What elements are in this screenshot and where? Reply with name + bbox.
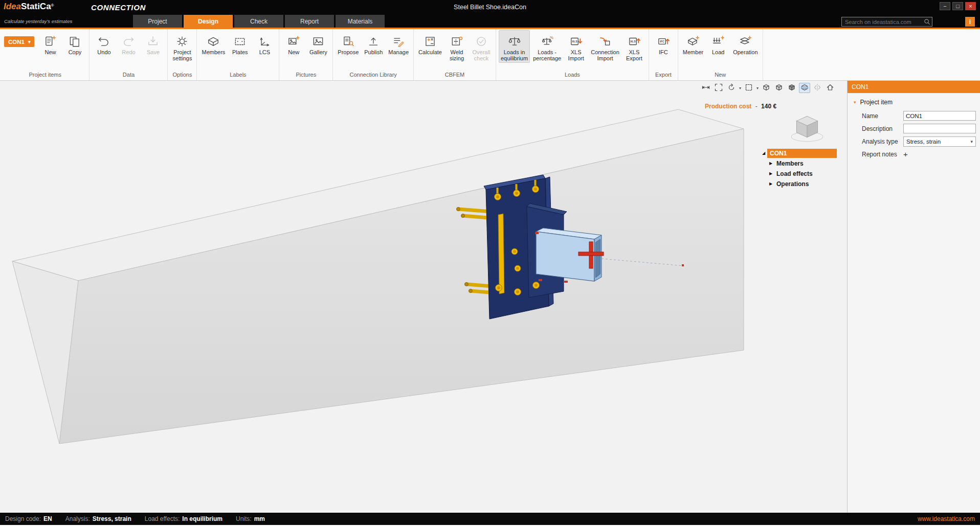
search-input[interactable] [841, 17, 932, 27]
load-add-icon [711, 33, 725, 48]
3d-viewport[interactable]: ▾ ▾ Production cost - 140 € ◢ [0, 81, 847, 513]
ribbon-group-project-items: CON1▾ New Copy Project items [1, 29, 90, 80]
tree-row-load-effects: ▶ Load effects [767, 169, 837, 178]
tree-expander-expanded-icon[interactable]: ◢ [760, 151, 767, 155]
logo-statica: StatiCa [21, 2, 51, 11]
plate-outline-icon [233, 33, 247, 48]
model-tree: ◢ CON1 ▶ Members ▶ Load effects ▶ Operat… [760, 148, 837, 189]
analysis-type-select[interactable]: Stress, strain ▾ [903, 136, 976, 147]
production-cost-value: 140 € [761, 103, 776, 110]
app-tagline: Calculate yesterday's estimates [4, 18, 72, 24]
ribbon-tabs: Project Design Check Report Materials [133, 15, 386, 28]
new-project-item-button[interactable]: New [38, 30, 62, 57]
tree-item-load-effects[interactable]: Load effects [776, 170, 813, 177]
website-link[interactable]: www.ideastatica.com [918, 515, 975, 522]
chevron-down-icon: ▾ [28, 39, 31, 44]
tab-project[interactable]: Project [133, 15, 182, 28]
tab-materials[interactable]: Materials [336, 15, 385, 28]
propose-button[interactable]: Propose [336, 30, 361, 57]
gallery-button[interactable]: Gallery [306, 30, 330, 57]
ribbon: CON1▾ New Copy Project items Undo Redo [0, 29, 980, 81]
mirror-icon [813, 83, 821, 93]
save-icon [146, 33, 160, 48]
info-button[interactable]: i [965, 17, 975, 27]
tab-check[interactable]: Check [234, 15, 283, 28]
weld-sizing-button[interactable]: Weld sizing [445, 30, 469, 63]
status-bar: Design code:EN Analysis:Stress, strain L… [0, 513, 980, 525]
status-analysis: Analysis:Stress, strain [65, 515, 131, 522]
propose-magnifier-icon [342, 33, 355, 48]
project-item-select[interactable]: CON1▾ [4, 36, 34, 47]
copy-project-item-button[interactable]: Copy [63, 30, 86, 57]
overall-check-button[interactable]: Overall check [470, 30, 493, 63]
ribbon-group-data: Undo Redo Save Data [90, 29, 168, 80]
navigation-cube[interactable] [789, 112, 826, 145]
production-cost: Production cost - 140 € [705, 103, 776, 110]
view-transparent-button[interactable] [799, 83, 810, 93]
weld-sizing-icon [450, 33, 463, 48]
ribbon-group-loads: Loads in equilibrium % Loads - percentag… [496, 29, 649, 80]
ribbon-group-labels: Members Plates LCS Labels [197, 29, 279, 80]
new-load-button[interactable]: Load [706, 30, 730, 57]
tab-report[interactable]: Report [285, 15, 334, 28]
project-item-section[interactable]: ▾ Project item [848, 93, 980, 109]
save-button[interactable]: Save [141, 30, 165, 57]
publish-button[interactable]: Publish [362, 30, 385, 57]
new-picture-button[interactable]: New [282, 30, 305, 57]
loads-in-equilibrium-toggle[interactable]: Loads in equilibrium [499, 30, 530, 63]
manage-button[interactable]: Manage [386, 30, 411, 57]
zoom-fit-button[interactable] [713, 83, 724, 93]
mirror-view-button[interactable] [812, 83, 823, 93]
3d-scene[interactable] [0, 81, 847, 513]
xls-import-button[interactable]: XLS XLS Import [564, 30, 588, 63]
new-member-button[interactable]: Member [681, 30, 705, 57]
tree-expander-collapsed-icon[interactable]: ▶ [767, 161, 774, 166]
redo-icon [122, 33, 135, 48]
view-solid-button[interactable] [786, 83, 797, 93]
app-logo: IdeaStatiCa® [4, 2, 54, 12]
description-field[interactable] [903, 124, 976, 133]
tree-item-con1[interactable]: CON1 [767, 149, 837, 158]
check-circle-icon [475, 33, 488, 48]
analysis-type-label: Analysis type [862, 138, 903, 145]
add-report-notes-button[interactable]: + [903, 151, 976, 158]
chevron-down-icon[interactable]: ▾ [756, 86, 759, 90]
maximize-button[interactable]: □ [952, 2, 963, 10]
tree-row-operations: ▶ Operations [767, 179, 837, 189]
view-shaded-button[interactable] [773, 83, 785, 93]
search-box [841, 17, 932, 27]
chevron-down-icon[interactable]: ▾ [739, 86, 741, 90]
svg-text:XLS: XLS [630, 40, 636, 43]
rotate-view-button[interactable] [726, 83, 737, 93]
title-bar: IdeaStatiCa® CONNECTION Calculate yester… [0, 0, 980, 29]
connection-import-button[interactable]: Connection Import [589, 30, 621, 63]
xls-export-button[interactable]: XLS XLS Export [622, 30, 646, 63]
members-labels-button[interactable]: Members [199, 30, 227, 57]
section-box-button[interactable] [743, 83, 754, 93]
copy-icon [68, 33, 81, 48]
plates-labels-button[interactable]: Plates [228, 30, 252, 57]
loads-percentage-button[interactable]: % Loads - percentage [531, 30, 563, 63]
minimize-button[interactable]: − [940, 2, 950, 10]
tab-design[interactable]: Design [184, 15, 233, 28]
project-settings-button[interactable]: Project settings [170, 30, 194, 63]
cube-wireframe-icon [762, 83, 770, 93]
close-button[interactable]: × [965, 2, 976, 10]
ifc-export-icon: IFC [657, 33, 670, 48]
ifc-export-button[interactable]: IFC IFC [652, 30, 675, 57]
new-operation-button[interactable]: Operation [731, 30, 760, 57]
report-notes-row: Report notes + [848, 148, 980, 160]
dimensions-tool-button[interactable] [700, 83, 711, 93]
lcs-labels-button[interactable]: LCS [253, 30, 276, 57]
name-field[interactable] [903, 111, 976, 121]
redo-button[interactable]: Redo [117, 30, 140, 57]
tree-expander-collapsed-icon[interactable]: ▶ [767, 171, 774, 176]
undo-button[interactable]: Undo [92, 30, 116, 57]
rotate-icon [727, 83, 736, 93]
tree-expander-collapsed-icon[interactable]: ▶ [767, 181, 774, 186]
home-view-button[interactable] [825, 83, 836, 93]
tree-item-operations[interactable]: Operations [776, 180, 809, 188]
view-wireframe-button[interactable] [761, 83, 772, 93]
calculate-button[interactable]: Calculate [416, 30, 444, 57]
tree-item-members[interactable]: Members [776, 160, 804, 167]
